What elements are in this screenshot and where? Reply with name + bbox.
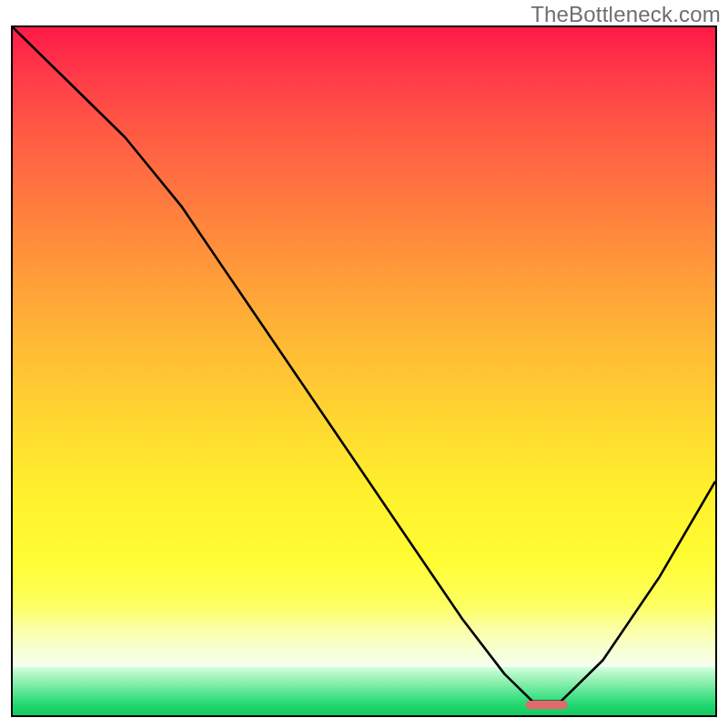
- optimal-marker: [526, 701, 568, 709]
- bottleneck-curve-path: [13, 27, 715, 702]
- plot-area: [11, 25, 717, 717]
- chart-container: TheBottleneck.com: [0, 0, 728, 728]
- curve-svg: [13, 27, 715, 715]
- watermark-text: TheBottleneck.com: [531, 2, 721, 27]
